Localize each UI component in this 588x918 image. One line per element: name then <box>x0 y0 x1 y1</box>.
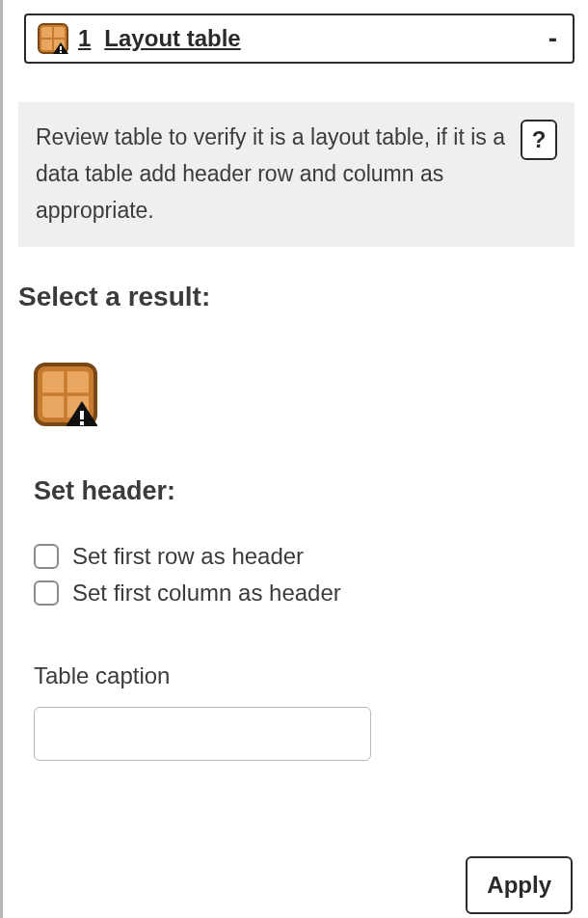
help-button[interactable]: ? <box>521 120 557 160</box>
first-row-header-checkbox[interactable] <box>34 544 59 569</box>
item-number: 1 <box>78 25 91 52</box>
caption-section: Table caption <box>34 662 588 761</box>
table-caption-label: Table caption <box>34 662 588 689</box>
first-col-header-option: Set first column as header <box>34 580 588 607</box>
svg-rect-13 <box>80 421 84 425</box>
table-caption-input[interactable] <box>34 707 371 761</box>
description-panel: Review table to verify it is a layout ta… <box>18 102 575 247</box>
first-col-header-label: Set first column as header <box>72 580 341 607</box>
item-selector[interactable]: 1 Layout table - <box>24 14 575 64</box>
header-options: Set first row as header Set first column… <box>34 543 588 607</box>
select-result-heading: Select a result: <box>18 282 588 312</box>
svg-rect-12 <box>80 411 84 419</box>
first-row-header-label: Set first row as header <box>72 543 304 570</box>
item-title: Layout table <box>104 25 240 52</box>
help-icon: ? <box>532 126 547 153</box>
description-text: Review table to verify it is a layout ta… <box>36 120 511 230</box>
first-row-header-option: Set first row as header <box>34 543 588 570</box>
svg-rect-6 <box>60 51 62 53</box>
set-header-heading: Set header: <box>34 476 588 506</box>
layout-table-warning-icon <box>38 23 68 54</box>
svg-rect-5 <box>60 46 62 50</box>
collapse-toggle[interactable]: - <box>548 23 557 54</box>
first-col-header-checkbox[interactable] <box>34 580 59 606</box>
layout-table-warning-icon <box>34 363 97 426</box>
apply-button[interactable]: Apply <box>466 856 573 914</box>
